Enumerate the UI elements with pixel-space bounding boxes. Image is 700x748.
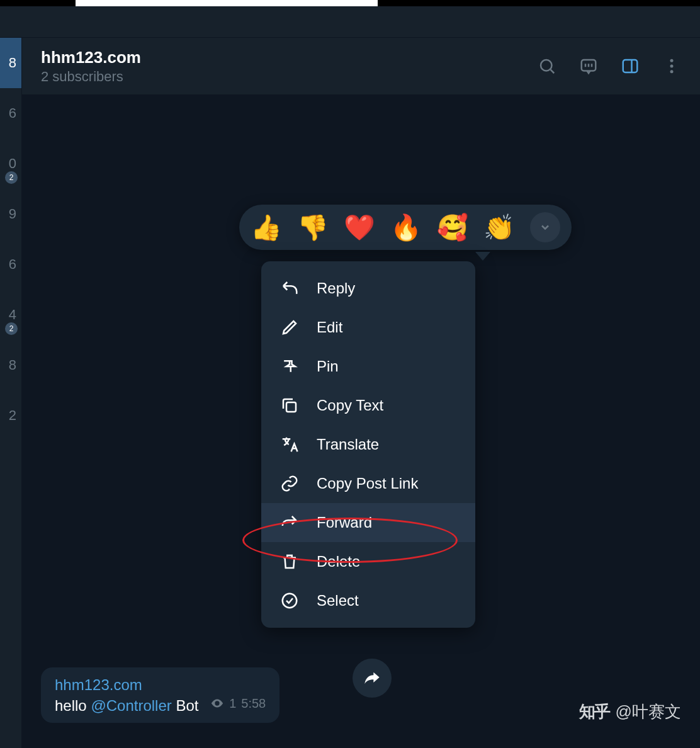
svg-point-9 (283, 594, 297, 608)
search-icon[interactable] (538, 57, 556, 76)
reaction-heart[interactable]: ❤️ (344, 213, 375, 242)
views-icon (210, 696, 224, 710)
menu-item-copy-text[interactable]: Copy Text (261, 386, 475, 425)
menu-item-delete[interactable]: Delete (261, 542, 475, 581)
svg-line-1 (551, 70, 555, 74)
sidebar-strip: 8 6 02 9 6 42 8 2 (0, 38, 22, 748)
svg-rect-8 (286, 402, 296, 412)
menu-label: Pin (317, 358, 339, 375)
more-icon[interactable] (662, 57, 681, 76)
share-icon (363, 669, 381, 687)
chat-subscribers: 2 subscribers (41, 69, 538, 85)
reactions-tail (475, 252, 490, 261)
menu-label: Copy Post Link (317, 475, 418, 492)
menu-label: Edit (317, 319, 342, 336)
watermark: 知乎 @叶赛文 (579, 701, 681, 723)
sidebar-chat-item[interactable]: 8 (0, 340, 21, 390)
chat-header: hhm123.com 2 subscribers (22, 38, 700, 94)
menu-item-copy-link[interactable]: Copy Post Link (261, 464, 475, 503)
tab-bar-area (0, 6, 700, 38)
message-sender: hhm123.com (55, 676, 266, 694)
reaction-thumbs-down[interactable]: 👎 (297, 213, 329, 242)
sidebar-toggle-icon[interactable] (621, 57, 640, 76)
message-bubble[interactable]: hhm123.com hello @Controller Bot 1 5:58 (41, 667, 279, 723)
message-text: hello @Controller Bot (55, 696, 203, 713)
views-count: 1 (229, 696, 236, 711)
svg-point-6 (670, 65, 674, 68)
svg-rect-3 (623, 60, 638, 72)
zhihu-logo: 知乎 (579, 701, 609, 723)
reaction-fire[interactable]: 🔥 (390, 213, 422, 242)
menu-label: Delete (317, 553, 360, 570)
menu-label: Reply (317, 280, 355, 297)
sidebar-chat-item[interactable]: 02 (0, 139, 21, 189)
delete-icon (280, 552, 299, 571)
sidebar-chat-item[interactable]: 6 (0, 88, 21, 139)
sidebar-chat-item[interactable]: 8 (0, 38, 21, 88)
svg-point-5 (670, 59, 674, 62)
copy-icon (280, 396, 299, 415)
edit-icon (280, 318, 299, 337)
menu-item-select[interactable]: Select (261, 581, 475, 620)
chat-title-block[interactable]: hhm123.com 2 subscribers (41, 48, 538, 85)
pin-icon (280, 357, 299, 376)
watermark-user: @叶赛文 (616, 701, 681, 723)
sidebar-chat-item[interactable]: 6 (0, 239, 21, 290)
sidebar-chat-item[interactable]: 2 (0, 390, 21, 441)
menu-item-edit[interactable]: Edit (261, 308, 475, 347)
comments-icon[interactable] (579, 57, 598, 76)
reply-icon (280, 279, 299, 298)
reactions-more-button[interactable] (530, 212, 560, 242)
window-top-bar (0, 0, 700, 6)
menu-item-translate[interactable]: Translate (261, 425, 475, 464)
reaction-clap[interactable]: 👏 (483, 213, 515, 242)
reaction-smiling-hearts[interactable]: 🥰 (437, 213, 468, 242)
mention-link[interactable]: @Controller (91, 696, 171, 713)
forward-icon (280, 513, 299, 532)
sidebar-chat-item[interactable]: 42 (0, 290, 21, 340)
sidebar-chat-item[interactable]: 9 (0, 189, 21, 239)
forward-fab-button[interactable] (353, 659, 392, 698)
menu-item-pin[interactable]: Pin (261, 347, 475, 386)
link-icon (280, 474, 299, 493)
svg-point-7 (670, 70, 674, 73)
menu-label: Forward (317, 514, 372, 531)
chat-pane: hhm123.com 2 subscribers 👍 (22, 38, 700, 748)
message-time: 5:58 (241, 696, 266, 711)
chat-title: hhm123.com (41, 48, 538, 67)
svg-point-0 (541, 60, 552, 71)
message-meta: 1 5:58 (210, 696, 266, 711)
menu-label: Translate (317, 436, 379, 453)
menu-label: Select (317, 592, 359, 609)
context-menu: Reply Edit Pin Copy Text Translate (261, 261, 475, 628)
reactions-bar: 👍 👎 ❤️ 🔥 🥰 👏 (239, 205, 572, 250)
reaction-thumbs-up[interactable]: 👍 (251, 213, 282, 242)
select-icon (280, 591, 299, 610)
menu-item-reply[interactable]: Reply (261, 269, 475, 308)
menu-label: Copy Text (317, 397, 383, 414)
translate-icon (280, 435, 299, 454)
menu-item-forward[interactable]: Forward (261, 503, 475, 542)
